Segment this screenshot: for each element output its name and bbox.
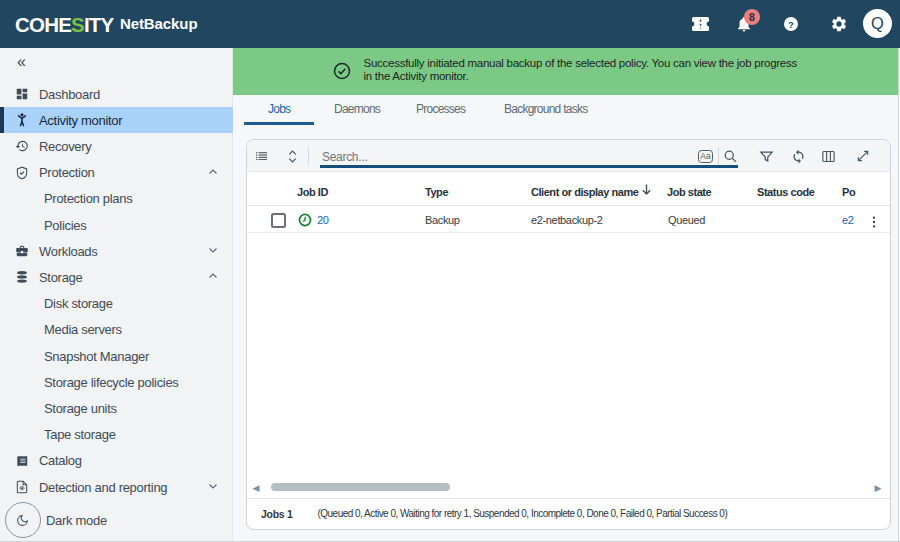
svg-text:?: ? xyxy=(788,19,794,30)
